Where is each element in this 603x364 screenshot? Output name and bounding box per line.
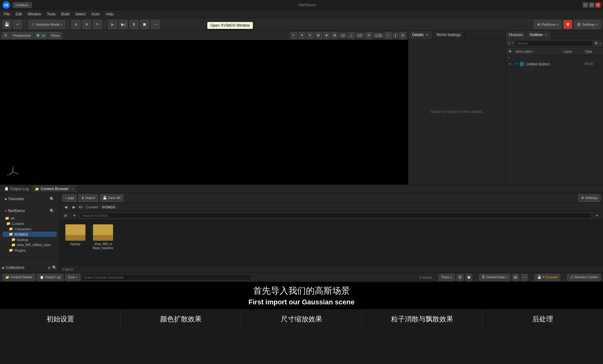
menu-actor[interactable]: Actor [89, 11, 103, 17]
tree-content[interactable]: 📁 Content [3, 221, 57, 226]
xv3dgs-close-btn[interactable]: ✕ [563, 20, 572, 29]
revision-control-btn[interactable]: ⎇ Revision Control [567, 274, 600, 281]
menu-file[interactable]: File [1, 11, 12, 17]
nerfdemo-expand[interactable]: ▾ NerfDemo [5, 207, 25, 214]
cb-filter-btn[interactable]: ⊞ [62, 212, 69, 219]
cb-sort-btn[interactable]: ▾ [71, 212, 78, 219]
trace-options-btn[interactable]: ⚙ [457, 274, 464, 281]
transform-snapping-btn[interactable]: ⊞ [82, 20, 91, 29]
trace-record-btn[interactable]: ⏺ [465, 274, 472, 281]
viewport-menu-btn[interactable]: ☰ [2, 32, 9, 39]
scale-icon-btn2[interactable]: ⊞ [365, 32, 372, 39]
cb-settings-btn[interactable]: ⚙ Settings [578, 194, 600, 202]
add-label: + Add [65, 196, 74, 200]
content-browser-close[interactable]: ✕ [71, 187, 74, 191]
cb-save-all-btn[interactable]: 💾 Save All [100, 194, 123, 202]
world-settings-tab[interactable]: World Settings [433, 31, 465, 39]
collections-search-icon[interactable]: 🔍 [52, 265, 57, 270]
content-drawer-btn[interactable]: 📁 Content Drawer [3, 274, 35, 281]
unsaved-btn[interactable]: 💾 4 Unsaved [535, 274, 560, 281]
cb-import-btn[interactable]: ⬇ Import [79, 194, 98, 202]
outliner-add-btn[interactable]: + [599, 41, 601, 45]
asset-shop800[interactable]: shop_800_wMask_baseline [90, 223, 116, 251]
platforms-btn[interactable]: 🖥 Platforms ▾ [534, 20, 562, 29]
breadcrumb-xv3dgs[interactable]: XV3dGS [102, 205, 115, 209]
undo-btn[interactable]: ↩ [13, 20, 22, 29]
transform-w-btn[interactable]: ⊕ [72, 20, 80, 29]
save-icon-btn[interactable]: 💾 [3, 20, 11, 29]
menu-build[interactable]: Build [59, 11, 72, 17]
camera-icon-btn[interactable]: 🎥 [385, 32, 392, 39]
outliner-tab-close[interactable]: ✕ [545, 33, 548, 37]
transform-rotate-btn[interactable]: ↻ [93, 20, 102, 29]
tree-xv3dgs[interactable]: 📁 XV3dGS [3, 232, 57, 237]
modules-tab[interactable]: Modules [506, 31, 526, 39]
breadcrumb-all[interactable]: All [79, 205, 82, 209]
more-btn[interactable]: ⋯ [151, 20, 160, 29]
rotate-icon-btn[interactable]: ↻ [307, 32, 314, 39]
pause-btn[interactable]: ⏸ [130, 20, 139, 29]
tree-backup[interactable]: 📁 backup [3, 237, 57, 242]
menu-chushi[interactable]: 初始设置 [0, 310, 121, 328]
maximize-button[interactable]: □ [589, 3, 594, 8]
step-btn[interactable]: ▶| [119, 20, 128, 29]
close-button[interactable]: ✕ [595, 3, 600, 8]
minimize-button[interactable]: ─ [583, 3, 588, 8]
table-row[interactable]: 👁 ▾ 🌐 Untitled (Editor) World [506, 61, 603, 67]
lit-btn[interactable]: Lit [34, 32, 47, 39]
tree-all[interactable]: 📁 All [3, 216, 57, 221]
menu-lizi[interactable]: 粒子消散与飘散效果 [362, 310, 483, 328]
details-tab[interactable]: Details ✕ [408, 31, 433, 39]
item-label-col[interactable]: Item Label ↕ [516, 50, 561, 53]
menu-chicun[interactable]: 尺寸缩放效果 [241, 310, 362, 328]
select-icon-btn[interactable]: ↖ [291, 32, 297, 39]
scale-icon-btn[interactable]: ⊞ [315, 32, 322, 39]
console-input[interactable] [82, 274, 251, 281]
nerfdemo-search-icon[interactable]: 🔍 [50, 209, 54, 213]
menu-edit[interactable]: Edit [13, 11, 24, 17]
tree-shop800[interactable]: 📁 shop_800_wMask_base [3, 242, 57, 248]
details-tab-close[interactable]: ✕ [426, 33, 429, 37]
data-icon-btn[interactable]: ⊞ [512, 274, 519, 281]
show-btn[interactable]: Show [49, 32, 62, 39]
play-btn[interactable]: ▶ [108, 20, 117, 29]
favorites-search-icon[interactable]: 🔍 [50, 197, 54, 201]
cb-add-btn[interactable]: + Add [62, 194, 77, 202]
angle-icon-btn[interactable]: △ [348, 32, 355, 39]
menu-houchu[interactable]: 后处理 [483, 310, 603, 328]
output-log-tab[interactable]: 📋 Output Log [1, 185, 32, 192]
collections-add-icon[interactable]: ⊕ [48, 265, 51, 270]
cmd-btn[interactable]: Cmd ▾ [65, 274, 80, 281]
cb-search-dropdown-btn[interactable]: ▾ [594, 212, 600, 219]
outliner-search-input[interactable] [515, 40, 593, 46]
stop-btn[interactable]: ⏹ [140, 20, 149, 29]
menu-help[interactable]: Help [103, 11, 116, 17]
cb-back-btn[interactable]: ◀ [62, 204, 69, 211]
outliner-settings-btn[interactable]: ⚙ [594, 41, 598, 46]
content-browser-tab[interactable]: 📁 Content Browser ✕ [32, 185, 77, 192]
move-icon-btn[interactable]: ✛ [299, 32, 306, 39]
outliner-tab[interactable]: Outliner ✕ [526, 31, 551, 39]
cb-search-input[interactable] [80, 212, 592, 219]
collections-expand[interactable]: ▶ Collections [3, 264, 24, 271]
tree-characters[interactable]: 📁 Characters [3, 226, 57, 232]
asset-backup[interactable]: backup [63, 223, 88, 251]
breadcrumb-content[interactable]: Content [86, 205, 98, 209]
menu-select[interactable]: Select [73, 11, 88, 17]
tree-plugins[interactable]: 📁 Plugins [3, 248, 57, 253]
trace-btn[interactable]: Trace ▾ [438, 274, 455, 281]
settings-btn[interactable]: ⚙ Settings ▾ [574, 20, 600, 29]
derived-data-btn[interactable]: 🗄 Derived Data ▾ [479, 274, 510, 281]
grid-icon-btn[interactable]: ⊞ [331, 32, 338, 39]
output-log-status-btn[interactable]: 📋 Output Log [37, 274, 63, 281]
perspective-btn[interactable]: Perspective [11, 32, 33, 39]
selection-mode-btn[interactable]: ⊹ Selection Mode ▾ [29, 20, 65, 29]
menu-tools[interactable]: Tools [44, 11, 58, 17]
layout-icon-btn[interactable]: ⊟ [399, 32, 406, 39]
menu-yanse[interactable]: 颜色扩散效果 [121, 310, 241, 328]
cb-forward-btn[interactable]: ▶ [70, 204, 77, 211]
data-icon-btn2[interactable]: ⋯ [521, 274, 528, 281]
menu-window[interactable]: Window [25, 11, 44, 17]
global-icon-btn[interactable]: ⊕ [323, 32, 330, 39]
favorites-expand[interactable]: ▶ Favorites [5, 195, 24, 202]
